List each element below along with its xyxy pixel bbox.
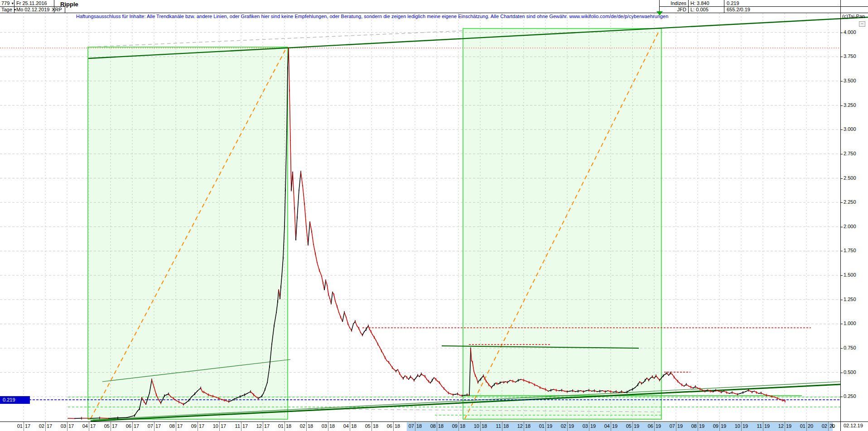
price-axis[interactable]: 4.0003.7503.5003.2503.0002.7502.5002.250… [841,0,868,431]
date-tick-month: 04 [342,423,349,429]
price-series-segment [109,418,118,418]
date-tick-month: 08 [429,423,436,429]
price-series-segment [567,391,570,392]
date-tick-month: 09 [190,423,197,429]
price-series-segment [289,48,289,91]
date-tick-year: 17 [25,423,30,429]
current-price-badge: 0.219 [0,396,30,404]
price-tick-label: 2.500 [844,175,856,181]
date-tick-mark [828,422,829,431]
price-series-segment [439,383,442,386]
date-tick-month: 03 [320,423,327,429]
price-series-segment [308,222,310,244]
date-tick-mark [67,422,68,431]
price-series-segment [597,391,600,392]
price-tick-label: 1.500 [844,272,856,278]
price-series-segment [326,281,327,285]
date-tick-year: 19 [764,423,770,429]
price-tick-label: 1.000 [844,321,856,326]
date-tick-year: 18 [503,423,509,429]
date-tick-mark [676,422,676,431]
price-chart-canvas[interactable] [0,0,868,431]
date-tick-mark [785,422,785,431]
date-tick-mark [654,422,655,431]
date-tick-month: 06 [386,423,392,429]
date-tick-year: 19 [569,423,574,429]
axis-corner-label: L [832,423,834,428]
price-tick-label: 2.750 [844,151,856,156]
date-tick-year: 17 [112,423,117,429]
price-series-segment [740,393,743,393]
date-tick-mark [328,422,328,431]
axis-corner-date: 02.12.19 [844,423,863,428]
date-tick-mark [45,422,46,431]
date-tick-month: 10 [473,423,479,429]
price-series-segment [315,254,317,263]
price-tick-mark [841,57,843,57]
date-tick-month: 03 [59,423,66,429]
price-series-segment [100,418,109,418]
price-series-segment [75,418,82,419]
date-tick-mark [132,422,133,431]
price-tick-label: 1.250 [844,297,856,302]
minimize-button[interactable]: – [859,21,865,27]
date-tick-mark [589,422,589,431]
price-series-segment [312,232,313,245]
date-tick-month: 11 [494,423,501,429]
date-tick-mark [806,422,807,431]
date-tick-year: 17 [90,423,96,429]
date-tick-year: 19 [721,423,726,429]
price-tick-label: 3.500 [844,78,856,83]
date-tick-year: 19 [547,423,552,429]
date-tick-month: 05 [625,423,632,429]
price-series-segment [381,351,383,354]
price-series-segment [359,328,361,333]
date-tick-mark [698,422,698,431]
price-tick-label: 1.750 [844,248,856,253]
price-tick-mark [841,324,843,324]
date-tick-month: 01 [538,423,545,429]
date-tick-year: 18 [482,423,487,429]
price-series-segment [290,140,291,190]
price-series-segment [686,384,689,386]
price-series-segment [297,190,299,217]
price-tick-mark [841,348,843,349]
date-tick-month: 02 [820,423,827,429]
date-tick-year: 19 [677,423,683,429]
price-series-segment [689,386,691,387]
price-series-segment [306,226,308,244]
gray-channel-top[interactable] [97,31,463,47]
price-series-segment [355,321,357,326]
date-tick-mark [611,422,611,431]
price-tick-mark [841,227,843,227]
date-tick-mark [502,422,502,431]
date-tick-year: 17 [177,423,183,429]
date-tick-mark [763,422,763,431]
price-series-segment [294,208,296,240]
date-tick-mark [111,422,111,431]
date-tick-mark [719,422,720,431]
date-tick-month: 08 [690,423,697,429]
price-series-segment [754,391,757,393]
price-series-segment [695,387,698,388]
date-tick-year: 17 [155,423,161,429]
price-series-segment [425,376,427,379]
date-tick-year: 18 [395,423,400,429]
date-tick-year: 18 [460,423,465,429]
date-tick-month: 12 [777,423,784,429]
date-tick-year: 18 [373,423,378,429]
price-tick-label: 3.000 [844,126,856,132]
date-axis[interactable]: 0117021703170417051706170717081709171017… [0,421,868,431]
date-tick-month: 09 [451,423,458,429]
price-tick-mark [841,33,843,33]
price-series-segment [293,172,294,208]
price-series-segment [446,391,448,393]
date-tick-month: 01 [277,423,284,429]
date-tick-month: 03 [581,423,588,429]
date-tick-year: 19 [612,423,617,429]
date-tick-mark [393,422,394,431]
date-tick-month: 07 [146,423,153,429]
price-tick-label: 3.750 [844,53,856,59]
date-tick-year: 18 [525,423,530,429]
date-tick-month: 11 [755,423,762,429]
